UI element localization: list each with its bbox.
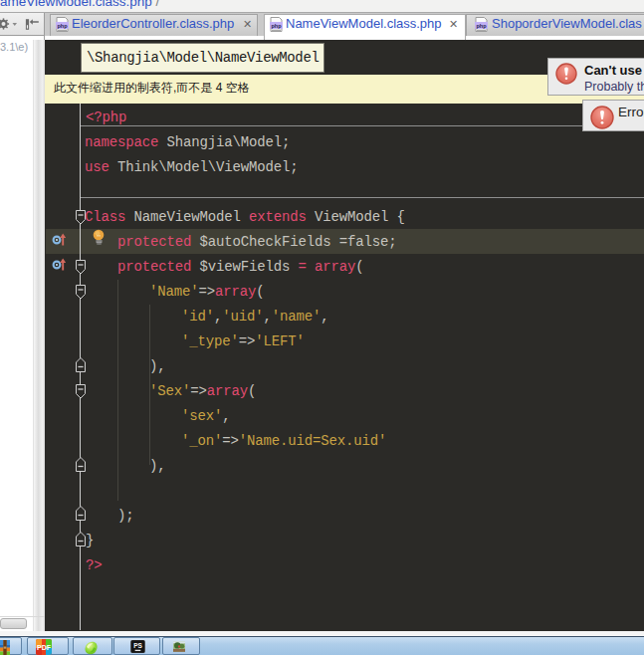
svg-text:php: php (476, 23, 487, 29)
svg-text:php: php (271, 23, 282, 29)
svg-text:php: php (57, 23, 68, 29)
svg-text:PS: PS (133, 642, 142, 649)
svg-text:PDF: PDF (37, 644, 52, 651)
